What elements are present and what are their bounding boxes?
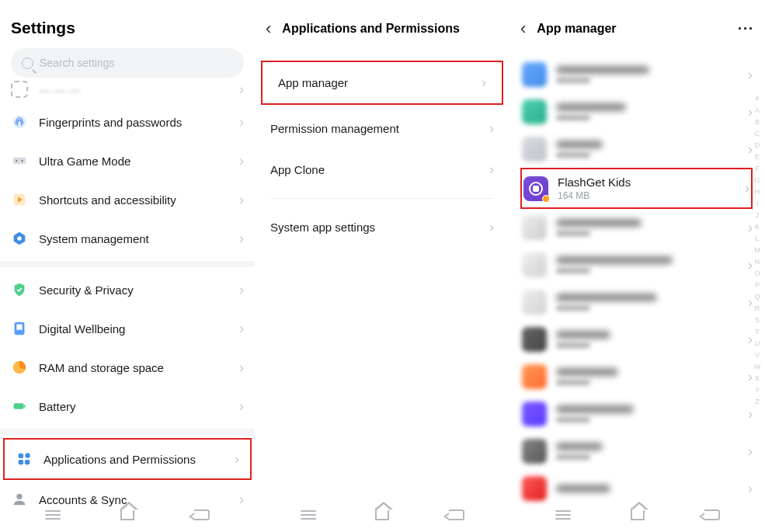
alpha-letter[interactable]: S — [753, 315, 762, 326]
back-button[interactable] — [704, 509, 720, 520]
item-system-app-settings[interactable]: System app settings › — [255, 207, 509, 248]
settings-item-battery[interactable]: Battery › — [0, 387, 255, 426]
app-icon — [522, 252, 547, 277]
settings-item-applications-permissions[interactable]: Applications and Permissions › — [3, 438, 252, 480]
alpha-letter[interactable]: X — [753, 373, 762, 384]
back-button[interactable]: ‹ — [520, 19, 526, 39]
chevron-right-icon: › — [239, 82, 244, 98]
app-row-blurred[interactable]: › — [509, 209, 765, 246]
app-size-blurred — [556, 454, 590, 460]
item-permission-management[interactable]: Permission management › — [255, 108, 509, 149]
item-label: App Clone — [270, 163, 325, 176]
alpha-letter[interactable]: V — [753, 349, 762, 361]
shield-icon — [11, 281, 28, 298]
settings-item-security[interactable]: Security & Privacy › — [0, 270, 255, 309]
back-button[interactable]: ‹ — [266, 19, 271, 39]
alpha-letter[interactable]: H — [753, 186, 762, 198]
alpha-letter[interactable]: N — [753, 256, 762, 268]
app-row-blurred[interactable]: › — [509, 130, 765, 168]
settings-item-truncated[interactable]: — — — › — [0, 81, 255, 103]
settings-item-fingerprints[interactable]: Fingerprints and passwords › — [0, 103, 255, 141]
item-label: App manager — [278, 76, 348, 89]
app-row-blurred[interactable]: › — [509, 283, 765, 321]
app-info — [556, 294, 657, 311]
app-name-blurred — [556, 331, 610, 339]
more-menu-button[interactable]: ··· — [738, 21, 754, 37]
alpha-letter[interactable]: B — [753, 116, 762, 128]
alpha-letter[interactable]: T — [753, 326, 762, 338]
app-info: FlashGet Kids 164 MB — [558, 176, 631, 201]
alpha-letter[interactable]: J — [753, 210, 762, 221]
alpha-letter[interactable]: A — [753, 105, 762, 116]
flashget-kids-icon — [523, 176, 548, 201]
app-info — [556, 485, 610, 492]
app-row-blurred[interactable]: › — [509, 395, 765, 433]
item-app-manager[interactable]: App manager › — [261, 61, 503, 105]
search-input[interactable]: Search settings — [11, 48, 244, 78]
app-info — [556, 256, 673, 273]
alpha-letter[interactable]: C — [753, 128, 762, 140]
alpha-letter[interactable]: P — [753, 280, 762, 291]
alpha-letter[interactable]: O — [753, 268, 762, 280]
alpha-letter[interactable]: # — [753, 93, 762, 105]
settings-item-ultra-game[interactable]: Ultra Game Mode › — [0, 141, 255, 180]
alpha-letter[interactable]: L — [753, 233, 762, 245]
alpha-letter[interactable]: Q — [753, 291, 762, 303]
search-icon — [22, 57, 33, 69]
app-icon — [522, 62, 547, 87]
app-row-blurred[interactable]: › — [509, 433, 765, 470]
nav-bar — [255, 498, 509, 532]
chevron-right-icon: › — [748, 443, 753, 460]
alpha-letter[interactable]: Z — [753, 396, 762, 408]
back-button[interactable] — [194, 509, 210, 520]
chevron-right-icon: › — [239, 398, 244, 415]
menu-button[interactable] — [45, 508, 61, 522]
item-app-clone[interactable]: App Clone › — [255, 149, 509, 190]
menu-button[interactable] — [301, 508, 316, 522]
page-title: Applications and Permissions — [282, 22, 460, 36]
alpha-letter[interactable]: G — [753, 175, 762, 186]
menu-button[interactable] — [555, 508, 571, 522]
system-icon — [11, 230, 28, 247]
item-label: RAM and storage space — [39, 361, 164, 374]
nav-bar — [510, 498, 765, 532]
settings-item-shortcuts[interactable]: Shortcuts and accessibility › — [0, 180, 255, 219]
settings-screen: Settings Search settings — — — › Fingerp… — [0, 0, 255, 497]
alpha-index[interactable]: #ABCDEFGHIJKLMNOPQRSTUVWXYZ — [753, 93, 762, 408]
item-label: Battery — [39, 400, 76, 413]
alpha-letter[interactable]: R — [753, 303, 762, 315]
settings-item-system-management[interactable]: System management › — [0, 219, 255, 258]
app-icon — [522, 290, 547, 315]
alpha-letter[interactable]: U — [753, 338, 762, 349]
app-row-blurred[interactable]: › — [509, 358, 765, 395]
alpha-letter[interactable]: Y — [753, 384, 762, 396]
alpha-letter[interactable]: I — [753, 198, 762, 210]
app-name-blurred — [556, 485, 610, 492]
back-button[interactable] — [449, 509, 464, 520]
alpha-letter[interactable]: D — [753, 140, 762, 151]
settings-item-digital-wellbeing[interactable]: Digital Wellbeing › — [0, 309, 255, 348]
screen-header: ‹ Applications and Permissions — [255, 0, 509, 51]
app-row-blurred[interactable]: › — [509, 321, 765, 358]
home-button[interactable] — [631, 509, 645, 520]
app-row-blurred[interactable]: › — [509, 246, 765, 283]
app-icon — [522, 402, 547, 426]
alpha-letter[interactable]: E — [753, 151, 762, 163]
alpha-letter[interactable]: F — [753, 163, 762, 175]
alpha-letter[interactable]: K — [753, 221, 762, 233]
nav-bar — [0, 498, 255, 532]
alpha-letter[interactable]: M — [753, 245, 762, 256]
app-row-flashget-kids[interactable]: FlashGet Kids 164 MB › — [520, 168, 753, 209]
app-icon — [522, 327, 547, 352]
fingerprint-icon — [11, 113, 28, 130]
home-button[interactable] — [375, 509, 389, 520]
settings-item-ram-storage[interactable]: RAM and storage space › — [0, 348, 255, 387]
item-label: Applications and Permissions — [43, 453, 196, 466]
app-info — [556, 405, 634, 422]
svg-rect-1 — [13, 157, 26, 164]
chevron-right-icon: › — [489, 120, 494, 137]
home-button[interactable] — [120, 509, 134, 520]
app-row-blurred[interactable]: › — [509, 93, 765, 130]
app-row-blurred[interactable]: › — [509, 56, 765, 93]
alpha-letter[interactable]: W — [753, 361, 762, 373]
